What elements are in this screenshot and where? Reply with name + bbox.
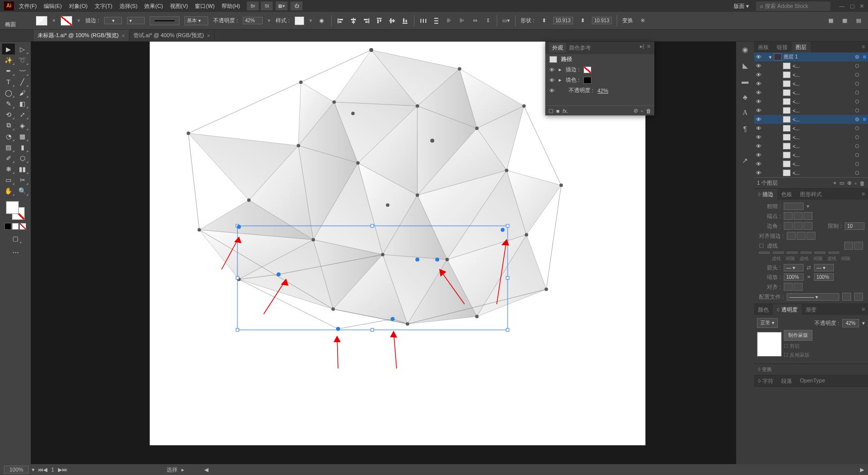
maximize-icon[interactable]: ▢: [850, 3, 855, 9]
stock-icon[interactable]: St: [261, 1, 273, 10]
visibility-icon[interactable]: 👁: [756, 143, 762, 149]
character-panel[interactable]: ◊ 字符 段落 OpenType: [754, 375, 868, 387]
target-icon[interactable]: [855, 117, 859, 121]
visibility-icon[interactable]: 👁: [756, 72, 762, 78]
visibility-icon[interactable]: 👁: [756, 116, 762, 122]
zoom-dropdown[interactable]: 100%: [4, 466, 29, 474]
rotate-tool[interactable]: ⟲: [2, 109, 15, 120]
dash-preserve[interactable]: [844, 242, 853, 250]
visibility-icon[interactable]: 👁: [756, 63, 762, 69]
sublayer-row[interactable]: 👁 <...: [754, 142, 868, 151]
dist-spacing-v-icon[interactable]: ⇕: [484, 17, 492, 25]
color-solid-icon[interactable]: [4, 223, 11, 230]
collapse-icon[interactable]: ▸: [559, 77, 562, 83]
layer-row-top[interactable]: 👁 ▾ 图层 1: [754, 53, 868, 61]
duplicate-icon[interactable]: ▫: [641, 108, 643, 114]
flip-v[interactable]: [854, 293, 863, 301]
visibility-icon[interactable]: 👁: [756, 107, 762, 113]
gap-2[interactable]: [801, 252, 811, 254]
target-icon[interactable]: [855, 82, 859, 86]
visibility-icon[interactable]: 👁: [756, 161, 762, 167]
sublayer-row[interactable]: 👁 <...: [754, 88, 868, 97]
new-layer-icon[interactable]: ▫: [855, 180, 857, 186]
layer-name[interactable]: 图层 1: [784, 53, 853, 60]
menu-edit[interactable]: 编辑(E): [44, 2, 62, 10]
visibility-icon[interactable]: 👁: [549, 88, 555, 94]
workspace-switcher[interactable]: 版面 ▾: [731, 2, 752, 10]
sublayer-name[interactable]: <...: [793, 117, 853, 122]
target-icon[interactable]: [855, 91, 859, 95]
perspective-tool[interactable]: ▦: [16, 131, 29, 142]
brush-preview[interactable]: [150, 16, 179, 25]
sublayer-row[interactable]: 👁 <...: [754, 124, 868, 133]
line-tool[interactable]: ╱: [16, 76, 29, 87]
locate-icon[interactable]: ⌖: [833, 180, 836, 186]
menu-type[interactable]: 文字(T): [95, 2, 113, 10]
lasso-tool[interactable]: ➰: [16, 54, 29, 65]
height-input[interactable]: [592, 17, 612, 24]
shape-builder-tool[interactable]: ◔: [2, 131, 15, 142]
gpu-icon[interactable]: ⏻: [290, 1, 302, 10]
stroke-swatch[interactable]: [60, 16, 72, 26]
tab-graphic-styles[interactable]: 图形样式: [796, 189, 826, 200]
visibility-icon[interactable]: 👁: [549, 77, 555, 83]
tab-character[interactable]: ◊ 字符: [754, 375, 777, 386]
collapse-icon[interactable]: ▸: [559, 66, 562, 73]
sublayer-name[interactable]: <...: [793, 63, 853, 69]
scale-tool[interactable]: ⤢: [16, 109, 29, 120]
align-outside[interactable]: [807, 232, 815, 240]
dash-1[interactable]: [759, 252, 770, 254]
sublayer-row[interactable]: 👁 <...: [754, 151, 868, 159]
tab-stroke[interactable]: ◊ 描边: [754, 189, 777, 200]
sublayer-name[interactable]: <...: [793, 144, 853, 149]
properties-icon[interactable]: ◉: [739, 45, 751, 54]
target-icon[interactable]: [855, 108, 859, 112]
transform-label[interactable]: 变换: [622, 17, 633, 24]
gap-1[interactable]: [773, 252, 784, 254]
arrow-end[interactable]: — ▾: [814, 264, 834, 271]
tab-doc-1[interactable]: 未标题-1.ai* @ 100% (RGB/预览)×: [34, 30, 129, 41]
menu-select[interactable]: 选择(S): [119, 2, 138, 10]
edit-similar-icon[interactable]: ▦: [840, 16, 849, 25]
sublayer-row[interactable]: 👁 <...: [754, 70, 868, 79]
add-fill-icon[interactable]: ■: [556, 108, 560, 114]
bridge-icon[interactable]: Br: [247, 1, 259, 10]
var-width-profile[interactable]: ▾: [127, 17, 145, 24]
brush-tool[interactable]: 🖌: [16, 87, 29, 98]
tab-paragraph[interactable]: 段落: [777, 375, 796, 386]
dash-2[interactable]: [787, 252, 798, 254]
target-icon[interactable]: [855, 162, 859, 166]
free-transform-tool[interactable]: ◈: [16, 120, 29, 131]
sublayer-name[interactable]: <...: [793, 72, 853, 78]
visibility-icon[interactable]: 👁: [549, 67, 555, 73]
sublayer-row[interactable]: 👁 <...: [754, 79, 868, 88]
visibility-icon[interactable]: 👁: [756, 99, 762, 105]
edit-toolbar[interactable]: ⋯: [9, 247, 22, 258]
close-icon[interactable]: ✕: [860, 3, 864, 9]
target-icon[interactable]: [855, 171, 859, 175]
dist-spacing-h-icon[interactable]: ⇔: [471, 17, 479, 25]
curvature-tool[interactable]: 〰: [16, 65, 29, 76]
align-hcenter-icon[interactable]: [349, 17, 357, 25]
width-tool[interactable]: ⧉: [2, 120, 15, 131]
arrow-scale-start[interactable]: 100%: [784, 273, 804, 281]
arrange-docs-icon[interactable]: ▦▾: [276, 1, 288, 10]
make-clip-icon[interactable]: ▭: [839, 180, 844, 186]
opacity-value-link[interactable]: 42%: [597, 88, 608, 94]
miter-limit[interactable]: 10: [845, 222, 865, 230]
dist-v-icon[interactable]: [432, 17, 440, 25]
add-effect-icon[interactable]: fx.: [563, 108, 569, 114]
tab-artboards[interactable]: 画板: [754, 42, 773, 53]
isolate-icon[interactable]: ▦: [826, 16, 835, 25]
prev-artboard-icon[interactable]: ⏮: [38, 467, 43, 473]
target-icon[interactable]: [855, 100, 859, 104]
dash-align[interactable]: [854, 242, 863, 250]
link-icon[interactable]: ⬍: [578, 16, 587, 25]
transform-panel[interactable]: ◊ 变换: [754, 364, 868, 375]
delete-layer-icon[interactable]: 🗑: [860, 180, 865, 186]
align-center[interactable]: [787, 232, 796, 240]
type-tool[interactable]: T: [2, 76, 15, 87]
menu-effect[interactable]: 效果(C): [144, 2, 163, 10]
next-artboard-icon[interactable]: ⏭: [62, 467, 67, 473]
magic-wand-tool[interactable]: ✨: [2, 54, 15, 65]
